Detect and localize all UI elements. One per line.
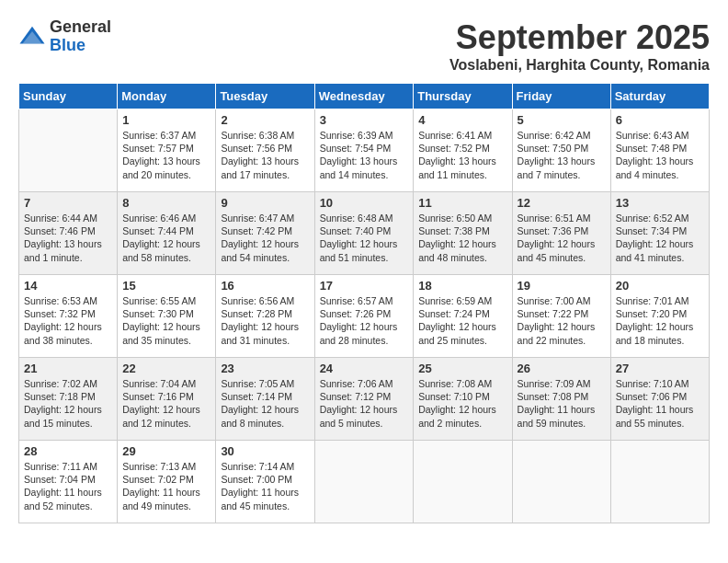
cell-content: Sunrise: 7:04 AMSunset: 7:16 PMDaylight:… [122, 377, 210, 430]
day-number: 25 [418, 362, 506, 375]
logo: General Blue [18, 18, 111, 55]
calendar-cell: 22Sunrise: 7:04 AMSunset: 7:16 PMDayligh… [118, 358, 216, 441]
day-number: 10 [320, 196, 409, 210]
calendar-cell: 24Sunrise: 7:06 AMSunset: 7:12 PMDayligh… [314, 358, 414, 441]
cell-content: Sunrise: 7:02 AMSunset: 7:18 PMDaylight:… [24, 377, 112, 430]
calendar-cell: 7Sunrise: 6:44 AMSunset: 7:46 PMDaylight… [19, 192, 118, 275]
calendar-cell: 27Sunrise: 7:10 AMSunset: 7:06 PMDayligh… [610, 358, 709, 441]
cell-content: Sunrise: 6:38 AMSunset: 7:56 PMDaylight:… [221, 129, 309, 181]
calendar-cell [414, 441, 512, 523]
calendar-cell: 12Sunrise: 6:51 AMSunset: 7:36 PMDayligh… [512, 192, 610, 275]
header-thursday: Thursday [414, 84, 512, 109]
cell-content: Sunrise: 6:56 AMSunset: 7:28 PMDaylight:… [221, 294, 309, 347]
calendar-cell [19, 109, 118, 192]
cell-content: Sunrise: 6:42 AMSunset: 7:50 PMDaylight:… [518, 129, 606, 181]
cell-content: Sunrise: 6:39 AMSunset: 7:54 PMDaylight:… [320, 129, 409, 181]
cell-content: Sunrise: 7:11 AMSunset: 7:04 PMDaylight:… [24, 460, 112, 512]
calendar-cell: 13Sunrise: 6:52 AMSunset: 7:34 PMDayligh… [610, 192, 709, 275]
cell-content: Sunrise: 7:00 AMSunset: 7:22 PMDaylight:… [518, 294, 606, 347]
calendar-cell: 1Sunrise: 6:37 AMSunset: 7:57 PMDaylight… [118, 109, 216, 192]
cell-content: Sunrise: 6:47 AMSunset: 7:42 PMDaylight:… [221, 212, 309, 264]
header-sunday: Sunday [19, 84, 118, 109]
title-block: September 2025 Voslabeni, Harghita Count… [449, 18, 710, 74]
day-number: 21 [24, 362, 112, 375]
calendar-cell: 23Sunrise: 7:05 AMSunset: 7:14 PMDayligh… [216, 358, 314, 441]
logo-text: General Blue [50, 18, 111, 55]
cell-content: Sunrise: 6:53 AMSunset: 7:32 PMDaylight:… [24, 294, 112, 347]
cell-content: Sunrise: 7:01 AMSunset: 7:20 PMDaylight:… [616, 294, 704, 347]
cell-content: Sunrise: 6:57 AMSunset: 7:26 PMDaylight:… [320, 294, 409, 347]
day-number: 8 [122, 196, 210, 210]
day-number: 18 [418, 279, 506, 293]
day-number: 20 [616, 279, 704, 293]
day-number: 1 [122, 113, 210, 127]
cell-content: Sunrise: 7:09 AMSunset: 7:08 PMDaylight:… [518, 377, 606, 430]
calendar-cell: 20Sunrise: 7:01 AMSunset: 7:20 PMDayligh… [610, 275, 709, 358]
week-row-3: 14Sunrise: 6:53 AMSunset: 7:32 PMDayligh… [19, 275, 710, 358]
day-number: 15 [122, 279, 210, 293]
cell-content: Sunrise: 7:06 AMSunset: 7:12 PMDaylight:… [320, 377, 409, 430]
day-number: 17 [320, 279, 409, 293]
cell-content: Sunrise: 7:14 AMSunset: 7:00 PMDaylight:… [221, 460, 309, 512]
day-number: 16 [221, 279, 309, 293]
calendar-cell: 15Sunrise: 6:55 AMSunset: 7:30 PMDayligh… [118, 275, 216, 358]
day-number: 26 [518, 362, 606, 375]
day-number: 29 [122, 444, 210, 458]
cell-content: Sunrise: 7:08 AMSunset: 7:10 PMDaylight:… [418, 377, 506, 430]
calendar-cell: 28Sunrise: 7:11 AMSunset: 7:04 PMDayligh… [19, 441, 118, 523]
calendar-cell: 4Sunrise: 6:41 AMSunset: 7:52 PMDaylight… [414, 109, 512, 192]
day-number: 14 [24, 279, 112, 293]
week-row-5: 28Sunrise: 7:11 AMSunset: 7:04 PMDayligh… [19, 441, 710, 523]
day-number: 4 [418, 113, 506, 127]
cell-content: Sunrise: 7:05 AMSunset: 7:14 PMDaylight:… [221, 377, 309, 430]
logo-general: General [50, 18, 111, 37]
page-header: General Blue September 2025 Voslabeni, H… [18, 18, 710, 74]
header-monday: Monday [118, 84, 216, 109]
cell-content: Sunrise: 6:55 AMSunset: 7:30 PMDaylight:… [122, 294, 210, 347]
calendar-cell: 11Sunrise: 6:50 AMSunset: 7:38 PMDayligh… [414, 192, 512, 275]
calendar-cell: 5Sunrise: 6:42 AMSunset: 7:50 PMDaylight… [512, 109, 610, 192]
calendar-cell [314, 441, 414, 523]
calendar-cell: 21Sunrise: 7:02 AMSunset: 7:18 PMDayligh… [19, 358, 118, 441]
calendar-cell: 16Sunrise: 6:56 AMSunset: 7:28 PMDayligh… [216, 275, 314, 358]
day-number: 13 [616, 196, 704, 210]
day-number: 11 [418, 196, 506, 210]
logo-icon [18, 23, 46, 51]
day-number: 24 [320, 362, 409, 375]
week-row-2: 7Sunrise: 6:44 AMSunset: 7:46 PMDaylight… [19, 192, 710, 275]
calendar-cell: 10Sunrise: 6:48 AMSunset: 7:40 PMDayligh… [314, 192, 414, 275]
calendar-cell: 8Sunrise: 6:46 AMSunset: 7:44 PMDaylight… [118, 192, 216, 275]
header-friday: Friday [512, 84, 610, 109]
cell-content: Sunrise: 6:46 AMSunset: 7:44 PMDaylight:… [122, 212, 210, 264]
day-number: 3 [320, 113, 409, 127]
calendar-cell: 6Sunrise: 6:43 AMSunset: 7:48 PMDaylight… [610, 109, 709, 192]
day-number: 30 [221, 444, 309, 458]
cell-content: Sunrise: 6:41 AMSunset: 7:52 PMDaylight:… [418, 129, 506, 181]
cell-content: Sunrise: 6:48 AMSunset: 7:40 PMDaylight:… [320, 212, 409, 264]
day-number: 22 [122, 362, 210, 375]
calendar-cell: 25Sunrise: 7:08 AMSunset: 7:10 PMDayligh… [414, 358, 512, 441]
calendar-cell: 3Sunrise: 6:39 AMSunset: 7:54 PMDaylight… [314, 109, 414, 192]
day-number: 6 [616, 113, 704, 127]
day-number: 5 [518, 113, 606, 127]
day-number: 23 [221, 362, 309, 375]
day-number: 7 [24, 196, 112, 210]
calendar-cell: 26Sunrise: 7:09 AMSunset: 7:08 PMDayligh… [512, 358, 610, 441]
logo-blue: Blue [50, 37, 111, 55]
day-number: 2 [221, 113, 309, 127]
week-row-4: 21Sunrise: 7:02 AMSunset: 7:18 PMDayligh… [19, 358, 710, 441]
calendar-cell: 29Sunrise: 7:13 AMSunset: 7:02 PMDayligh… [118, 441, 216, 523]
day-number: 12 [518, 196, 606, 210]
day-number: 19 [518, 279, 606, 293]
header-saturday: Saturday [610, 84, 709, 109]
calendar-cell: 2Sunrise: 6:38 AMSunset: 7:56 PMDaylight… [216, 109, 314, 192]
day-number: 28 [24, 444, 112, 458]
cell-content: Sunrise: 6:52 AMSunset: 7:34 PMDaylight:… [616, 212, 704, 264]
cell-content: Sunrise: 6:59 AMSunset: 7:24 PMDaylight:… [418, 294, 506, 347]
cell-content: Sunrise: 6:50 AMSunset: 7:38 PMDaylight:… [418, 212, 506, 264]
location: Voslabeni, Harghita County, Romania [449, 57, 710, 74]
calendar-cell: 19Sunrise: 7:00 AMSunset: 7:22 PMDayligh… [512, 275, 610, 358]
calendar-cell: 18Sunrise: 6:59 AMSunset: 7:24 PMDayligh… [414, 275, 512, 358]
cell-content: Sunrise: 6:37 AMSunset: 7:57 PMDaylight:… [122, 129, 210, 181]
day-number: 27 [616, 362, 704, 375]
